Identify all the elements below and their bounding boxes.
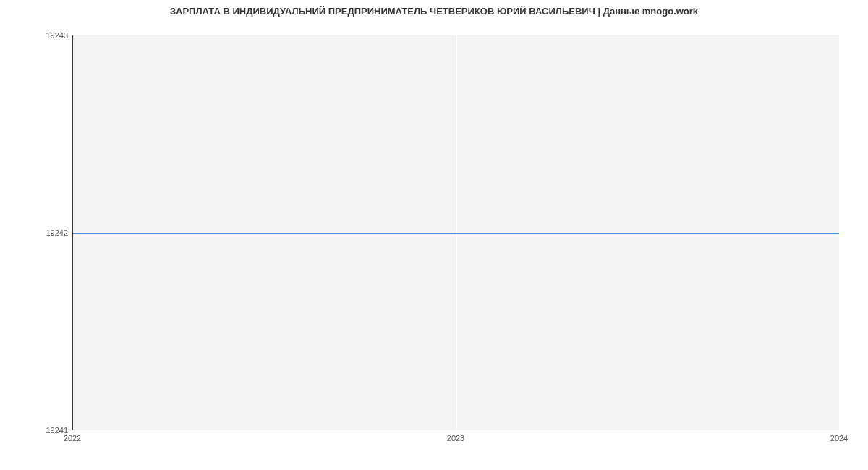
chart-title: ЗАРПЛАТА В ИНДИВИДУАЛЬНИЙ ПРЕДПРИНИМАТЕЛ… (0, 6, 868, 17)
data-line (73, 233, 839, 234)
y-tick-label: 19243 (46, 31, 68, 40)
plot-area (72, 35, 839, 430)
x-tick-label: 2024 (830, 434, 848, 443)
x-tick-label: 2022 (64, 434, 81, 443)
y-tick-label: 19242 (46, 228, 68, 237)
x-tick-label: 2023 (447, 434, 464, 443)
